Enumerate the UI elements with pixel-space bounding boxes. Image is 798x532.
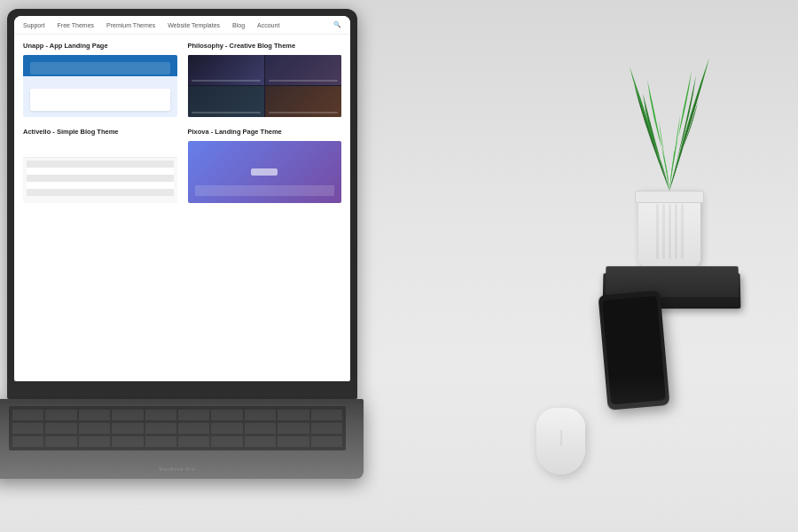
- nav-item-website-templates[interactable]: Website Templates: [168, 22, 220, 28]
- theme-preview-activello: [23, 141, 177, 203]
- plant-foliage: [616, 22, 723, 200]
- themes-grid: Unapp - App Landing Page Philosophy - Cr…: [23, 42, 341, 203]
- theme-card-activello[interactable]: Activello - Simple Blog Theme: [23, 128, 177, 203]
- laptop-screen: Support Free Themes Premium Themes Websi…: [14, 16, 350, 381]
- theme-title-philosophy: Philosophy - Creative Blog Theme: [188, 42, 342, 51]
- philosophy-img-4: [265, 86, 341, 117]
- plant: [612, 18, 727, 266]
- pot-ridge: [681, 204, 684, 259]
- theme-title-unapp: Unapp - App Landing Page: [23, 42, 177, 51]
- theme-title-pixova: Pixova - Landing Page Theme: [188, 128, 342, 137]
- website-nav: Support Free Themes Premium Themes Websi…: [14, 16, 350, 35]
- plant-pot: [638, 191, 700, 266]
- desk-edge: [0, 372, 798, 532]
- pot-ridges: [645, 204, 693, 259]
- pot-ridge: [675, 204, 677, 259]
- laptop-screen-area: Support Free Themes Premium Themes Websi…: [7, 9, 357, 399]
- pot-ridge: [669, 204, 671, 259]
- pot-ridge: [662, 204, 665, 259]
- nav-item-free-themes[interactable]: Free Themes: [58, 22, 95, 28]
- nav-item-blog[interactable]: Blog: [232, 22, 245, 28]
- theme-card-unapp[interactable]: Unapp - App Landing Page: [23, 42, 177, 117]
- themes-grid-container: Unapp - App Landing Page Philosophy - Cr…: [14, 35, 350, 210]
- theme-preview-philosophy: [188, 55, 342, 117]
- laptop-bezel: Support Free Themes Premium Themes Websi…: [14, 16, 350, 381]
- theme-preview-unapp: [23, 55, 177, 117]
- nav-item-account[interactable]: Account: [257, 22, 279, 28]
- theme-preview-pixova: [188, 141, 342, 203]
- search-icon[interactable]: 🔍: [333, 21, 341, 28]
- nav-item-support[interactable]: Support: [23, 22, 45, 28]
- theme-title-activello: Activello - Simple Blog Theme: [23, 128, 177, 137]
- theme-card-pixova[interactable]: Pixova - Landing Page Theme: [188, 128, 342, 203]
- philosophy-img-3: [188, 86, 264, 117]
- nav-item-premium-themes[interactable]: Premium Themes: [106, 22, 155, 28]
- pot-ridge: [656, 204, 659, 259]
- philosophy-img-2: [265, 55, 341, 86]
- philosophy-img-1: [188, 55, 264, 86]
- theme-card-philosophy[interactable]: Philosophy - Creative Blog Theme: [188, 42, 342, 117]
